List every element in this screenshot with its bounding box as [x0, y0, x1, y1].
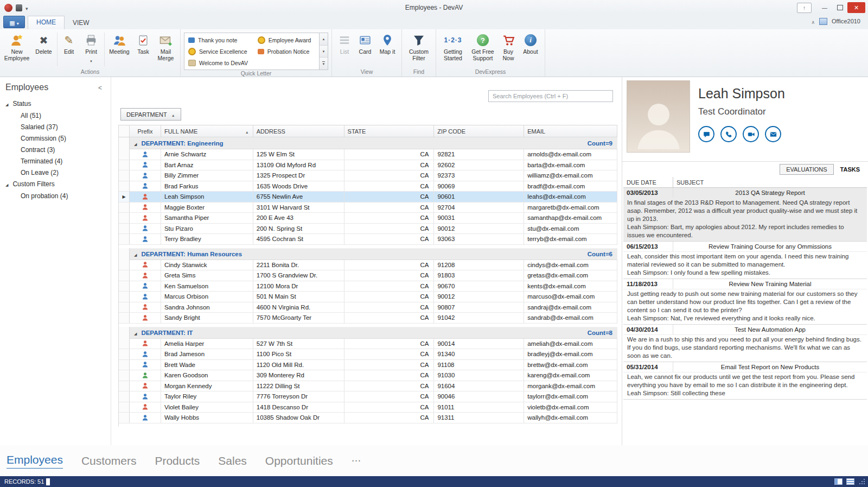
employee-row[interactable]: Arnie Schwartz 125 W Elm St CA 92821 arn…: [119, 149, 617, 160]
column-header-email[interactable]: EMAIL: [524, 125, 617, 137]
sidebar-group-header[interactable]: Status: [0, 98, 111, 110]
ribbon-tab[interactable]: HOME: [28, 16, 65, 29]
qat-dropdown-caret-icon[interactable]: [25, 3, 28, 12]
layout-view-icon[interactable]: [834, 478, 843, 485]
employee-row[interactable]: Greta Sims 1700 S Grandview Dr. CA 91803…: [119, 270, 617, 281]
employee-row[interactable]: Brett Wade 1120 Old Mill Rd. CA 91108 br…: [119, 360, 617, 371]
module-tab[interactable]: Products: [155, 454, 200, 467]
application-menu-button[interactable]: [3, 16, 25, 28]
task-button[interactable]: Task: [133, 30, 154, 55]
column-header-state[interactable]: STATE: [344, 125, 435, 137]
employee-row[interactable]: Cindy Stanwick 2211 Bonita Dr. CA 91208 …: [119, 260, 617, 271]
quick-letter-item[interactable]: Welcome to DevAV: [186, 57, 255, 68]
employee-row[interactable]: Terry Bradley 4595 Cochran St CA 93063 t…: [119, 234, 617, 245]
detail-tab[interactable]: TASKS: [835, 164, 865, 175]
employee-row[interactable]: Stu Pizaro 200 N. Spring St CA 90012 stu…: [119, 224, 617, 235]
group-by-department-button[interactable]: DEPARTMENT: [120, 108, 181, 121]
print-dropdown-caret-icon[interactable]: [90, 55, 93, 65]
module-tab[interactable]: Employees: [7, 453, 63, 469]
employee-row[interactable]: Violet Bailey 1418 Descanso Dr CA 91011 …: [119, 402, 617, 413]
employee-row[interactable]: Brad Farkus 1635 Woods Drive CA 90069 br…: [119, 181, 617, 192]
employee-row[interactable]: Marcus Orbison 501 N Main St CA 90012 ma…: [119, 292, 617, 302]
call-button[interactable]: [720, 126, 737, 142]
sidebar-item[interactable]: Commission (5): [0, 132, 111, 144]
task-item[interactable]: 04/30/2014 Test New Automation App We ar…: [623, 325, 867, 362]
mail-merge-button[interactable]: Mail Merge: [154, 30, 178, 61]
titlebar-arrow-button[interactable]: [797, 3, 812, 13]
grid-group-row[interactable]: DEPARTMENT: Engineering Count=9: [119, 137, 617, 149]
minimize-button[interactable]: [817, 3, 832, 13]
close-button[interactable]: [847, 2, 865, 13]
employee-row[interactable]: Amelia Harper 527 W 7th St CA 90014 amel…: [119, 339, 617, 350]
edit-button[interactable]: Edit: [59, 30, 79, 55]
employee-row[interactable]: Samantha Piper 200 E Ave 43 CA 90031 sam…: [119, 213, 617, 224]
gallery-dropdown-button[interactable]: [320, 58, 328, 69]
sidebar-item[interactable]: All (51): [0, 110, 111, 121]
employee-row[interactable]: Ken Samuelson 12100 Mora Dr CA 90670 ken…: [119, 281, 617, 292]
map-it-button[interactable]: Map it: [375, 30, 399, 55]
sidebar-collapse-button[interactable]: [98, 83, 102, 92]
ribbon-tab[interactable]: VIEW: [65, 16, 98, 29]
sidebar-item[interactable]: Contract (3): [0, 144, 111, 155]
module-tab[interactable]: ⋯: [352, 455, 361, 466]
employee-row[interactable]: Morgan Kennedy 11222 Dilling St CA 91604…: [119, 381, 617, 392]
column-header-subject[interactable]: SUBJECT: [673, 177, 704, 187]
employee-row[interactable]: Sandra Johnson 4600 N Virginia Rd. CA 90…: [119, 302, 617, 313]
gallery-scroll-up-button[interactable]: [320, 33, 328, 46]
video-call-button[interactable]: [743, 126, 759, 142]
search-input[interactable]: [488, 90, 613, 102]
quick-letter-item[interactable]: Employee Award: [255, 34, 318, 46]
chat-button[interactable]: [698, 126, 714, 142]
column-header-zip-code[interactable]: ZIP CODE: [434, 125, 524, 137]
quick-letter-item[interactable]: Probation Notice: [255, 46, 318, 57]
employee-row[interactable]: Taylor Riley 7776 Torreyson Dr CA 90046 …: [119, 391, 617, 402]
module-tab[interactable]: Customers: [81, 454, 137, 467]
get-free-support-button[interactable]: Get Free Support: [468, 30, 498, 61]
collapse-ribbon-button[interactable]: [811, 16, 815, 26]
sidebar-item[interactable]: On Leave (2): [0, 167, 111, 178]
employee-row[interactable]: Bart Arnaz 13109 Old Myford Rd CA 92602 …: [119, 160, 617, 171]
column-header-full-name[interactable]: FULL NAME: [161, 125, 253, 137]
grid-view-icon[interactable]: [846, 478, 854, 485]
email-button[interactable]: [765, 126, 781, 142]
sidebar-group-header[interactable]: Custom Filters: [0, 178, 111, 190]
meeting-button[interactable]: Meeting: [106, 30, 133, 55]
sidebar-item[interactable]: Terminated (4): [0, 155, 111, 167]
employee-row[interactable]: Karen Goodson 309 Monterey Rd CA 91030 k…: [119, 370, 617, 381]
employee-row[interactable]: Sandy Bright 7570 McGroarty Ter CA 91042…: [119, 313, 617, 324]
quick-letter-item[interactable]: Service Excellence: [186, 46, 255, 57]
sidebar-item[interactable]: On probation (4): [0, 190, 111, 201]
sidebar-item[interactable]: Salaried (37): [0, 121, 111, 132]
print-button[interactable]: Print: [79, 30, 103, 65]
grid-group-row[interactable]: DEPARTMENT: Human Resources Count=6: [119, 248, 617, 260]
maximize-button[interactable]: [832, 3, 847, 13]
new-employee-button[interactable]: New Employee: [2, 30, 31, 61]
detail-tab[interactable]: EVALUATIONS: [780, 164, 833, 175]
gallery-scroll-down-button[interactable]: [320, 46, 328, 58]
grid-group-row[interactable]: DEPARTMENT: IT Count=8: [119, 327, 617, 339]
quick-letter-item[interactable]: Thank you note: [186, 34, 255, 46]
employee-row[interactable]: Maggie Boxter 3101 W Harvard St CA 92704…: [119, 203, 617, 213]
module-tab[interactable]: Sales: [218, 454, 247, 467]
employee-row[interactable]: Billy Zimmer 1325 Prospect Dr CA 92373 w…: [119, 170, 617, 181]
task-item[interactable]: 03/05/2013 2013 QA Strategy Report In fi…: [623, 188, 867, 242]
buy-now-button[interactable]: Buy Now: [498, 30, 519, 61]
about-button[interactable]: About: [519, 30, 542, 55]
employee-row[interactable]: Brad Jameson 1100 Pico St CA 91340 bradl…: [119, 349, 617, 360]
task-item[interactable]: 05/31/2014 Email Test Report on New Prod…: [623, 362, 867, 400]
card-view-button[interactable]: Card: [355, 30, 375, 55]
quick-access-tool-icon[interactable]: [16, 4, 22, 11]
resize-grip[interactable]: [858, 478, 866, 485]
column-header-due-date[interactable]: DUE DATE: [623, 177, 673, 187]
column-header-prefix[interactable]: Prefix: [130, 125, 161, 137]
task-item[interactable]: 06/15/2013 Review Training Course for an…: [623, 242, 867, 279]
employee-row[interactable]: Wally Hobbs 10385 Shadow Oak Dr CA 91311…: [119, 413, 617, 423]
skin-selector[interactable]: Office2010: [832, 18, 860, 24]
delete-button[interactable]: Delete: [31, 30, 56, 55]
custom-filter-button[interactable]: Custom Filter: [404, 30, 433, 61]
employee-row[interactable]: Leah Simpson 6755 Newlin Ave CA 90601 le…: [119, 192, 617, 203]
module-tab[interactable]: Opportunities: [265, 454, 333, 467]
getting-started-button[interactable]: Getting Started: [438, 30, 468, 61]
task-item[interactable]: 11/18/2013 Review New Training Material …: [623, 279, 867, 325]
column-header-address[interactable]: ADDRESS: [253, 125, 344, 137]
